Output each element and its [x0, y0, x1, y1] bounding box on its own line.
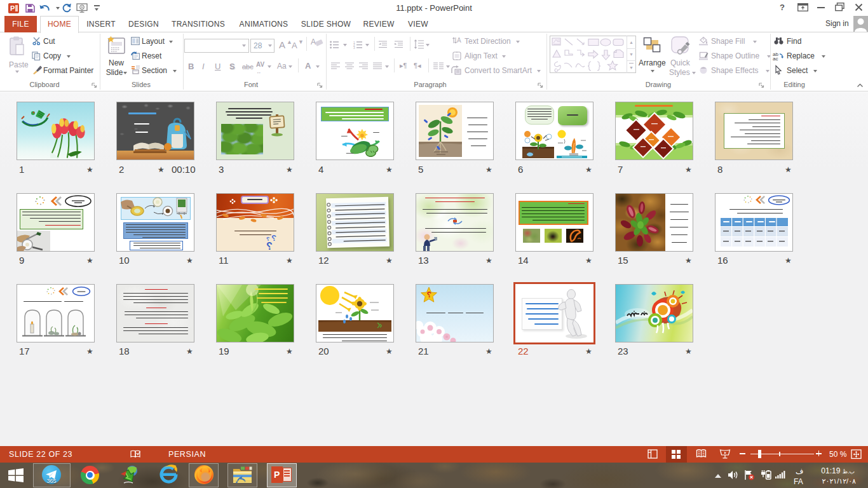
svg-text:A: A [457, 37, 461, 44]
svg-text:?: ? [427, 290, 431, 299]
svg-text:ac: ac [773, 56, 778, 62]
svg-text:3: 3 [353, 46, 355, 50]
